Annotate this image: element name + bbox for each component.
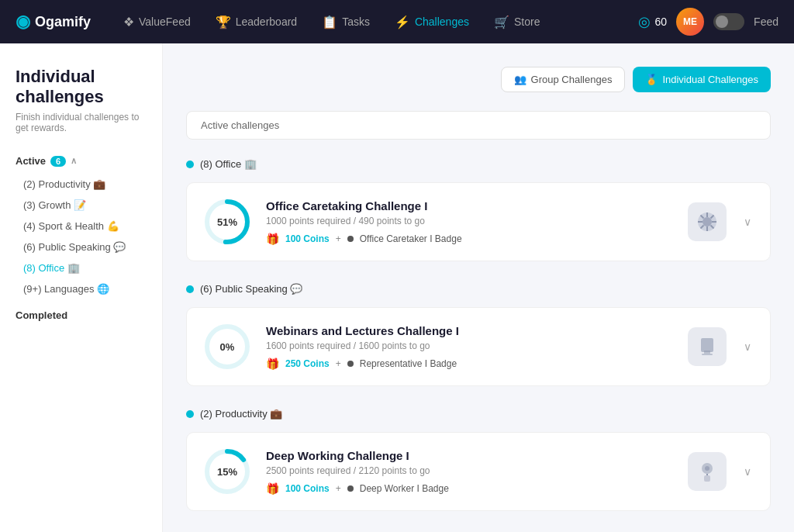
brand-logo[interactable]: ◉ Ogamify	[16, 12, 91, 32]
badge-dot-icon-deep	[347, 485, 354, 492]
webinars-badge-label: Representative I Badge	[360, 358, 457, 369]
productivity-label: (2) Productivity 💼	[200, 408, 282, 420]
office-label: (8) Office 🏢	[200, 158, 257, 170]
deep-working-card: 15% Deep Working Challenge I 2500 points…	[186, 432, 771, 511]
webinars-challenge-title: Webinars and Lectures Challenge I	[266, 324, 674, 337]
header-buttons: 👥 Group Challenges 🏅 Individual Challeng…	[501, 67, 771, 92]
active-section-header[interactable]: Active 6 ∧	[16, 152, 147, 170]
public-speaking-dot	[186, 285, 194, 293]
logo-icon: ◉	[16, 12, 30, 32]
deep-working-challenge-info: Deep Working Challenge I 2500 points req…	[266, 449, 674, 495]
feed-toggle[interactable]	[713, 13, 744, 30]
webinars-challenge-meta: 1600 points required / 1600 points to go	[266, 340, 674, 351]
challenges-icon: ⚡	[395, 15, 410, 29]
office-category-group: (8) Office 🏢 51% Office Caretaking Chall…	[186, 152, 771, 261]
deep-working-badge-image	[688, 452, 727, 491]
svg-rect-15	[704, 351, 710, 354]
store-icon: 🛒	[494, 15, 509, 29]
sidebar-item-sport[interactable]: (4) Sport & Health 💪	[16, 216, 147, 236]
svg-point-3	[703, 217, 712, 226]
group-icon: 👥	[514, 74, 526, 85]
main-content: 👥 Group Challenges 🏅 Individual Challeng…	[163, 43, 794, 532]
webinars-challenge-info: Webinars and Lectures Challenge I 1600 p…	[266, 324, 674, 370]
office-badge-image	[688, 202, 727, 241]
webinars-badge-image	[688, 327, 727, 366]
office-progress-pct: 51%	[217, 216, 237, 228]
svg-rect-14	[701, 338, 713, 352]
nav-challenges[interactable]: ⚡ Challenges	[384, 9, 480, 36]
nav-items: ❖ ValueFeed 🏆 Leaderboard 📋 Tasks ⚡ Chal…	[112, 9, 631, 36]
webinars-progress-pct: 0%	[220, 341, 235, 353]
sidebar-item-productivity[interactable]: (2) Productivity 💼	[16, 174, 147, 194]
office-badge-label: Office Caretaker I Badge	[360, 233, 462, 244]
deep-working-badge-label: Deep Worker I Badge	[360, 483, 449, 494]
feed-label: Feed	[754, 16, 778, 28]
public-speaking-category-header: (6) Public Speaking 💬	[186, 277, 771, 301]
sidebar-item-office[interactable]: (8) Office 🏢	[16, 258, 147, 278]
leaderboard-icon: 🏆	[216, 15, 231, 29]
group-challenges-button[interactable]: 👥 Group Challenges	[501, 67, 626, 92]
deep-working-progress-circle: 15%	[202, 447, 252, 496]
deep-working-challenge-rewards: 🎁 100 Coins + Deep Worker I Badge	[266, 482, 674, 495]
completed-section-header[interactable]: Completed	[16, 306, 147, 324]
svg-rect-21	[704, 475, 710, 482]
svg-rect-16	[702, 354, 713, 355]
navbar: ◉ Ogamify ❖ ValueFeed 🏆 Leaderboard 📋 Ta…	[0, 0, 794, 43]
office-dot	[186, 161, 194, 168]
webinars-coins: 250 Coins	[285, 358, 330, 369]
nav-points: ◎ 60	[638, 13, 668, 30]
webinars-progress-circle: 0%	[202, 322, 252, 371]
active-challenges-label: Active challenges	[186, 111, 771, 140]
sidebar-active-section: Active 6 ∧ (2) Productivity 💼 (3) Growth…	[16, 152, 147, 299]
svg-point-20	[705, 466, 709, 471]
office-challenge-info: Office Caretaking Challenge I 1000 point…	[266, 199, 674, 245]
office-caretaking-card: 51% Office Caretaking Challenge I 1000 p…	[186, 182, 771, 261]
office-challenge-meta: 1000 points required / 490 points to go	[266, 216, 674, 226]
user-avatar[interactable]: ME	[676, 8, 704, 36]
points-value: 60	[655, 16, 668, 28]
gift-icon-deep: 🎁	[266, 482, 279, 495]
nav-leaderboard[interactable]: 🏆 Leaderboard	[205, 9, 308, 36]
webinars-card: 0% Webinars and Lectures Challenge I 160…	[186, 307, 771, 386]
office-challenge-title: Office Caretaking Challenge I	[266, 199, 674, 212]
nav-valuefeed[interactable]: ❖ ValueFeed	[112, 9, 202, 36]
individual-challenges-button[interactable]: 🏅 Individual Challenges	[633, 67, 771, 92]
sidebar: Individual challenges Finish individual …	[0, 43, 163, 532]
sidebar-item-growth[interactable]: (3) Growth 📝	[16, 195, 147, 215]
brand-name: Ogamify	[35, 14, 91, 30]
deep-working-coins: 100 Coins	[285, 483, 330, 494]
main-header-row: 👥 Group Challenges 🏅 Individual Challeng…	[186, 67, 771, 92]
active-chevron-icon: ∧	[71, 156, 77, 166]
deep-working-expand-button[interactable]: ∨	[740, 462, 754, 481]
valuefeed-icon: ❖	[123, 15, 134, 29]
tasks-icon: 📋	[322, 15, 337, 29]
office-coins: 100 Coins	[285, 233, 330, 244]
nav-tasks[interactable]: 📋 Tasks	[311, 9, 381, 36]
active-label: Active	[16, 155, 46, 167]
productivity-category-group: (2) Productivity 💼 15% Deep Working Chal…	[186, 402, 771, 511]
office-expand-button[interactable]: ∨	[740, 212, 754, 231]
individual-icon: 🏅	[645, 74, 658, 85]
webinars-expand-button[interactable]: ∨	[740, 337, 754, 356]
gift-icon-webinars: 🎁	[266, 358, 279, 370]
productivity-dot	[186, 410, 194, 418]
public-speaking-label: (6) Public Speaking 💬	[200, 283, 302, 295]
badge-dot-icon	[347, 236, 354, 242]
productivity-category-header: (2) Productivity 💼	[186, 402, 771, 426]
nav-right: ◎ 60 ME Feed	[638, 8, 779, 36]
page-body: Individual challenges Finish individual …	[0, 43, 794, 532]
sidebar-item-languages[interactable]: (9+) Languages 🌐	[16, 279, 147, 299]
office-category-header: (8) Office 🏢	[186, 152, 771, 176]
deep-working-challenge-title: Deep Working Challenge I	[266, 449, 674, 462]
points-icon: ◎	[638, 13, 651, 30]
office-progress-circle: 51%	[202, 197, 252, 247]
deep-working-challenge-meta: 2500 points required / 2120 points to go	[266, 465, 674, 476]
sidebar-item-public-speaking[interactable]: (6) Public Speaking 💬	[16, 237, 147, 257]
office-challenge-rewards: 🎁 100 Coins + Office Caretaker I Badge	[266, 233, 674, 245]
gift-icon: 🎁	[266, 233, 279, 245]
active-count-badge: 6	[50, 156, 66, 167]
webinars-challenge-rewards: 🎁 250 Coins + Representative I Badge	[266, 358, 674, 370]
nav-store[interactable]: 🛒 Store	[483, 9, 551, 36]
public-speaking-category-group: (6) Public Speaking 💬 0% Webinars and Le…	[186, 277, 771, 386]
page-subtitle: Finish individual challenges to get rewa…	[16, 112, 147, 133]
